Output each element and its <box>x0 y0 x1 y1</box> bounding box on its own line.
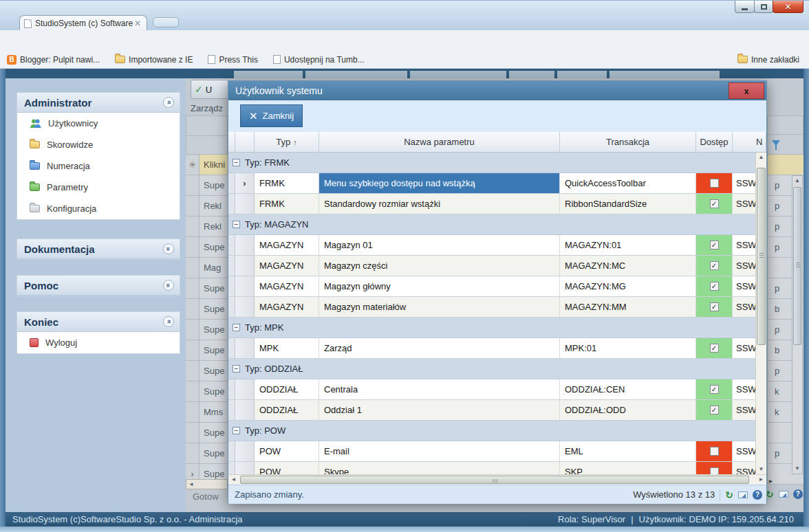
scroll-down-icon[interactable]: ▼ <box>756 465 766 474</box>
cell-dostep[interactable]: ✓ <box>696 338 733 358</box>
ribbon-tab[interactable] <box>610 71 720 78</box>
checkbox-icon[interactable]: ✓ <box>710 406 719 414</box>
modal-close-button[interactable]: x <box>729 82 764 99</box>
ribbon-tab[interactable] <box>305 71 407 78</box>
grid-row[interactable]: MPKZarządMPK:01✓SSWC <box>228 338 766 359</box>
cell-nazwa-parametru[interactable]: Zarząd <box>319 338 560 358</box>
header-dostep[interactable]: Dostęp <box>696 132 733 152</box>
grid-row[interactable]: POWSkypeSKPSSWC <box>228 462 766 474</box>
row-select-cell[interactable] <box>235 256 255 276</box>
bg-table-row[interactable]: Mms <box>186 402 228 423</box>
grid-row[interactable]: ODDZIAŁOddział 1ODDZIAŁ:ODD✓SSWC <box>228 400 766 421</box>
cell-dostep[interactable] <box>696 173 733 193</box>
group-row[interactable]: −Typ: MAGAZYN <box>228 214 766 235</box>
collapse-group-icon[interactable]: − <box>233 159 240 166</box>
bg-new-row[interactable]: ✳ Klikni <box>186 155 228 175</box>
bg-table-row[interactable]: Supe <box>186 423 228 443</box>
bg-table-row[interactable]: Supe <box>186 278 228 299</box>
sidebar-item-uzytkownicy[interactable]: Użytkownicy <box>17 113 180 134</box>
modal-titlebar[interactable]: Użytkownik systemu <box>228 81 766 100</box>
sidebar-item-skorowidze[interactable]: Skorowidze <box>17 134 180 155</box>
cell-nazwa-parametru[interactable]: Magazyn główny <box>319 276 560 296</box>
ribbon-tab[interactable] <box>557 71 607 78</box>
scroll-right-icon[interactable]: ► <box>768 478 774 485</box>
message-icon[interactable] <box>779 491 788 498</box>
checkbox-icon[interactable]: ✓ <box>710 241 719 250</box>
row-select-cell[interactable] <box>235 400 255 420</box>
ribbon-tab[interactable] <box>509 71 554 78</box>
grid-row[interactable]: MAGAZYNMagazyn częściMAGAZYN:MC✓SSWC <box>228 256 766 276</box>
modal-scroll-thumb[interactable] <box>757 168 766 345</box>
grid-row[interactable]: ›FRMKMenu szybkiego dostępu nad wstążkąQ… <box>228 173 766 194</box>
new-tab-button[interactable] <box>153 17 179 27</box>
checkbox-icon[interactable]: ✓ <box>710 302 719 311</box>
cell-nazwa-parametru[interactable]: Magazyn materiałów <box>319 297 560 317</box>
expand-chevron-icon[interactable]: » <box>163 243 174 254</box>
bg-vertical-scrollbar[interactable]: ▲ ▼ <box>792 175 803 474</box>
checkbox-icon[interactable]: ✓ <box>710 282 719 291</box>
row-select-cell[interactable] <box>235 297 255 317</box>
tab-close-icon[interactable]: ✕ <box>133 19 142 28</box>
bg-table-row[interactable]: Supe <box>186 237 228 258</box>
row-select-cell[interactable] <box>235 462 255 474</box>
cell-nazwa-parametru[interactable]: Skype <box>319 462 560 474</box>
modal-horizontal-scrollbar[interactable]: ◄ ► <box>228 474 766 485</box>
filter-funnel-icon[interactable] <box>772 140 780 146</box>
scroll-right-icon[interactable]: ► <box>756 475 766 485</box>
cell-dostep[interactable]: ✓ <box>696 297 733 317</box>
header-nazwa-parametru[interactable]: Nazwa parametru <box>319 132 560 152</box>
bg-table-row[interactable]: Mag <box>186 258 228 278</box>
cell-nazwa-parametru[interactable]: Magazyn części <box>319 256 560 276</box>
scroll-down-icon[interactable]: ▼ <box>792 464 802 474</box>
row-select-cell[interactable] <box>235 441 255 461</box>
other-bookmarks-button[interactable]: Inne zakładki <box>737 55 799 65</box>
bookmark-item[interactable]: Udostępnij na Tumb... <box>273 55 365 65</box>
row-select-cell[interactable] <box>235 379 255 399</box>
cell-dostep[interactable]: ✓ <box>696 276 733 296</box>
message-icon[interactable] <box>738 491 748 498</box>
group-row[interactable]: −Typ: ODDZIAŁ <box>228 359 766 379</box>
group-row[interactable]: −Typ: POW <box>228 421 766 441</box>
cell-dostep[interactable]: ✓ <box>696 379 733 399</box>
cell-dostep[interactable] <box>696 441 733 461</box>
bg-horizontal-scrollbar[interactable]: ◄ <box>186 479 228 489</box>
bg-table-row[interactable]: Supe <box>186 381 228 402</box>
collapse-chevron-icon[interactable]: » <box>163 97 174 108</box>
checkbox-icon[interactable] <box>710 447 719 456</box>
scroll-left-icon[interactable]: ◄ <box>186 480 196 489</box>
row-select-cell[interactable] <box>235 194 255 214</box>
bg-table-row[interactable]: Supe <box>186 320 228 340</box>
sidebar-item-konfiguracja[interactable]: Konfiguracja <box>17 198 180 219</box>
sidebar-item-wyloguj[interactable]: Wyloguj <box>17 332 180 353</box>
collapse-group-icon[interactable]: − <box>233 324 240 331</box>
cell-dostep[interactable]: ✓ <box>696 194 733 214</box>
checkbox-icon[interactable]: ✓ <box>710 385 719 394</box>
scroll-up-icon[interactable]: ▲ <box>756 153 766 162</box>
collapse-group-icon[interactable]: − <box>233 427 240 434</box>
scroll-left-icon[interactable]: ◄ <box>228 475 239 485</box>
browser-tab[interactable]: StudioSystem (c) Software ✕ <box>19 15 147 31</box>
bookmark-item[interactable]: Press This <box>208 55 257 65</box>
grid-row[interactable]: POWE-mailEMLSSWC <box>228 441 766 462</box>
bg-table-row[interactable]: Supe <box>186 175 228 196</box>
checkbox-icon[interactable] <box>710 467 719 474</box>
bg-table-row[interactable]: Rekl <box>186 196 228 217</box>
panel-header-pomoc[interactable]: Pomoc » <box>17 276 180 296</box>
cell-dostep[interactable]: ✓ <box>696 256 733 276</box>
checkbox-icon[interactable]: ✓ <box>710 261 719 270</box>
panel-header-administrator[interactable]: Administrator » <box>17 93 180 113</box>
cell-dostep[interactable]: ✓ <box>696 235 733 255</box>
header-transakcja[interactable]: Transakcja <box>560 132 696 152</box>
grid-row[interactable]: ODDZIAŁCentralaODDZIAŁ:CEN✓SSWC <box>228 379 766 400</box>
help-icon[interactable]: ? <box>793 489 803 499</box>
ribbon-button-uzytkownicy[interactable]: ✓ U <box>191 80 229 99</box>
bg-table-row[interactable]: Supe <box>186 361 228 381</box>
collapse-chevron-icon[interactable]: » <box>163 316 174 327</box>
cell-dostep[interactable] <box>696 462 733 474</box>
row-select-cell[interactable]: › <box>235 173 255 193</box>
checkbox-icon[interactable]: ✓ <box>710 199 719 208</box>
cell-nazwa-parametru[interactable]: Oddział 1 <box>319 400 560 420</box>
sidebar-item-numeracja[interactable]: Numeracja <box>17 155 180 177</box>
header-cut-column[interactable]: N <box>733 132 766 152</box>
grid-row[interactable]: MAGAZYNMagazyn 01MAGAZYN:01✓SSWC <box>228 235 766 256</box>
